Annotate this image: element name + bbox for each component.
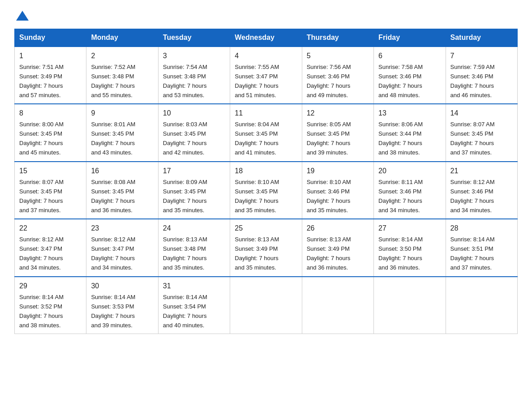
day-number: 3 <box>163 51 225 62</box>
calendar-cell <box>374 277 446 334</box>
day-number: 17 <box>163 166 225 177</box>
day-info: Sunrise: 7:58 AMSunset: 3:46 PMDaylight:… <box>378 64 423 98</box>
calendar-cell: 5 Sunrise: 7:56 AMSunset: 3:46 PMDayligh… <box>302 47 373 104</box>
day-number: 9 <box>91 108 153 119</box>
day-info: Sunrise: 8:10 AMSunset: 3:46 PMDaylight:… <box>307 179 351 214</box>
calendar-cell: 22 Sunrise: 8:12 AMSunset: 3:47 PMDaylig… <box>15 219 86 276</box>
day-number: 7 <box>450 51 513 62</box>
day-info: Sunrise: 8:13 AMSunset: 3:49 PMDaylight:… <box>307 236 351 271</box>
calendar-cell: 27 Sunrise: 8:14 AMSunset: 3:50 PMDaylig… <box>374 219 446 276</box>
calendar-cell: 23 Sunrise: 8:12 AMSunset: 3:47 PMDaylig… <box>86 219 158 276</box>
calendar-cell: 2 Sunrise: 7:52 AMSunset: 3:48 PMDayligh… <box>86 47 158 104</box>
day-info: Sunrise: 8:07 AMSunset: 3:45 PMDaylight:… <box>450 121 495 156</box>
day-number: 30 <box>91 281 153 292</box>
day-info: Sunrise: 8:12 AMSunset: 3:47 PMDaylight:… <box>91 236 135 271</box>
day-info: Sunrise: 7:52 AMSunset: 3:48 PMDaylight:… <box>91 64 135 98</box>
day-info: Sunrise: 8:07 AMSunset: 3:45 PMDaylight:… <box>19 179 64 214</box>
logo-blue-text <box>14 11 29 21</box>
day-info: Sunrise: 8:03 AMSunset: 3:45 PMDaylight:… <box>163 121 207 156</box>
calendar-cell: 18 Sunrise: 8:10 AMSunset: 3:45 PMDaylig… <box>230 162 302 219</box>
day-number: 15 <box>19 166 82 177</box>
day-info: Sunrise: 8:04 AMSunset: 3:45 PMDaylight:… <box>235 121 279 156</box>
calendar-cell: 24 Sunrise: 8:13 AMSunset: 3:48 PMDaylig… <box>158 219 230 276</box>
day-info: Sunrise: 8:14 AMSunset: 3:51 PMDaylight:… <box>450 236 495 271</box>
day-info: Sunrise: 8:12 AMSunset: 3:47 PMDaylight:… <box>19 236 64 271</box>
day-number: 13 <box>378 108 441 119</box>
day-info: Sunrise: 8:01 AMSunset: 3:45 PMDaylight:… <box>91 121 135 156</box>
weekday-header-sunday: Sunday <box>15 29 86 47</box>
calendar-week-row: 22 Sunrise: 8:12 AMSunset: 3:47 PMDaylig… <box>15 219 518 276</box>
day-info: Sunrise: 7:51 AMSunset: 3:49 PMDaylight:… <box>19 64 64 98</box>
calendar-cell <box>446 277 517 334</box>
calendar-header-row: SundayMondayTuesdayWednesdayThursdayFrid… <box>15 29 518 47</box>
weekday-header-thursday: Thursday <box>302 29 373 47</box>
logo-triangle-icon <box>16 11 29 21</box>
day-info: Sunrise: 8:08 AMSunset: 3:45 PMDaylight:… <box>91 179 135 214</box>
calendar-table: SundayMondayTuesdayWednesdayThursdayFrid… <box>14 29 518 334</box>
calendar-cell: 17 Sunrise: 8:09 AMSunset: 3:45 PMDaylig… <box>158 162 230 219</box>
calendar-cell: 29 Sunrise: 8:14 AMSunset: 3:52 PMDaylig… <box>15 277 86 334</box>
day-info: Sunrise: 8:06 AMSunset: 3:44 PMDaylight:… <box>378 121 423 156</box>
day-number: 22 <box>19 223 82 234</box>
day-number: 11 <box>235 108 297 119</box>
day-number: 10 <box>163 108 225 119</box>
calendar-week-row: 29 Sunrise: 8:14 AMSunset: 3:52 PMDaylig… <box>15 277 518 334</box>
day-info: Sunrise: 7:54 AMSunset: 3:48 PMDaylight:… <box>163 64 207 98</box>
day-number: 27 <box>378 223 441 234</box>
weekday-header-saturday: Saturday <box>446 29 517 47</box>
calendar-cell: 10 Sunrise: 8:03 AMSunset: 3:45 PMDaylig… <box>158 104 230 161</box>
weekday-header-monday: Monday <box>86 29 158 47</box>
calendar-cell: 20 Sunrise: 8:11 AMSunset: 3:46 PMDaylig… <box>374 162 446 219</box>
calendar-cell: 15 Sunrise: 8:07 AMSunset: 3:45 PMDaylig… <box>15 162 86 219</box>
logo <box>14 11 29 21</box>
day-info: Sunrise: 8:11 AMSunset: 3:46 PMDaylight:… <box>378 179 423 214</box>
calendar-cell: 28 Sunrise: 8:14 AMSunset: 3:51 PMDaylig… <box>446 219 517 276</box>
weekday-header-friday: Friday <box>374 29 446 47</box>
day-number: 24 <box>163 223 225 234</box>
day-info: Sunrise: 8:05 AMSunset: 3:45 PMDaylight:… <box>307 121 351 156</box>
calendar-cell: 13 Sunrise: 8:06 AMSunset: 3:44 PMDaylig… <box>374 104 446 161</box>
day-number: 14 <box>450 108 513 119</box>
day-info: Sunrise: 8:14 AMSunset: 3:50 PMDaylight:… <box>378 236 423 271</box>
calendar-cell: 1 Sunrise: 7:51 AMSunset: 3:49 PMDayligh… <box>15 47 86 104</box>
calendar-cell: 6 Sunrise: 7:58 AMSunset: 3:46 PMDayligh… <box>374 47 446 104</box>
calendar-week-row: 1 Sunrise: 7:51 AMSunset: 3:49 PMDayligh… <box>15 47 518 104</box>
calendar-cell: 30 Sunrise: 8:14 AMSunset: 3:53 PMDaylig… <box>86 277 158 334</box>
day-number: 21 <box>450 166 513 177</box>
calendar-cell: 21 Sunrise: 8:12 AMSunset: 3:46 PMDaylig… <box>446 162 517 219</box>
day-info: Sunrise: 8:13 AMSunset: 3:49 PMDaylight:… <box>235 236 279 271</box>
day-info: Sunrise: 7:56 AMSunset: 3:46 PMDaylight:… <box>307 64 351 98</box>
calendar-cell: 25 Sunrise: 8:13 AMSunset: 3:49 PMDaylig… <box>230 219 302 276</box>
day-info: Sunrise: 8:13 AMSunset: 3:48 PMDaylight:… <box>163 236 207 271</box>
day-number: 16 <box>91 166 153 177</box>
weekday-header-wednesday: Wednesday <box>230 29 302 47</box>
calendar-cell: 7 Sunrise: 7:59 AMSunset: 3:46 PMDayligh… <box>446 47 517 104</box>
calendar-cell: 31 Sunrise: 8:14 AMSunset: 3:54 PMDaylig… <box>158 277 230 334</box>
day-info: Sunrise: 8:09 AMSunset: 3:45 PMDaylight:… <box>163 179 207 214</box>
day-info: Sunrise: 8:14 AMSunset: 3:52 PMDaylight:… <box>19 294 64 329</box>
day-info: Sunrise: 8:10 AMSunset: 3:45 PMDaylight:… <box>235 179 279 214</box>
calendar-cell: 9 Sunrise: 8:01 AMSunset: 3:45 PMDayligh… <box>86 104 158 161</box>
day-info: Sunrise: 8:00 AMSunset: 3:45 PMDaylight:… <box>19 121 64 156</box>
day-number: 25 <box>235 223 297 234</box>
day-number: 1 <box>19 51 82 62</box>
weekday-header-tuesday: Tuesday <box>158 29 230 47</box>
day-number: 29 <box>19 281 82 292</box>
calendar-cell: 4 Sunrise: 7:55 AMSunset: 3:47 PMDayligh… <box>230 47 302 104</box>
calendar-cell: 3 Sunrise: 7:54 AMSunset: 3:48 PMDayligh… <box>158 47 230 104</box>
day-number: 2 <box>91 51 153 62</box>
calendar-week-row: 15 Sunrise: 8:07 AMSunset: 3:45 PMDaylig… <box>15 162 518 219</box>
calendar-cell: 12 Sunrise: 8:05 AMSunset: 3:45 PMDaylig… <box>302 104 373 161</box>
day-number: 5 <box>307 51 369 62</box>
day-number: 6 <box>378 51 441 62</box>
calendar-cell: 16 Sunrise: 8:08 AMSunset: 3:45 PMDaylig… <box>86 162 158 219</box>
day-info: Sunrise: 8:14 AMSunset: 3:54 PMDaylight:… <box>163 294 207 329</box>
page-header <box>14 11 518 21</box>
day-number: 4 <box>235 51 297 62</box>
calendar-cell: 19 Sunrise: 8:10 AMSunset: 3:46 PMDaylig… <box>302 162 373 219</box>
calendar-cell: 8 Sunrise: 8:00 AMSunset: 3:45 PMDayligh… <box>15 104 86 161</box>
calendar-cell <box>302 277 373 334</box>
day-info: Sunrise: 8:14 AMSunset: 3:53 PMDaylight:… <box>91 294 135 329</box>
day-info: Sunrise: 8:12 AMSunset: 3:46 PMDaylight:… <box>450 179 495 214</box>
day-number: 19 <box>307 166 369 177</box>
